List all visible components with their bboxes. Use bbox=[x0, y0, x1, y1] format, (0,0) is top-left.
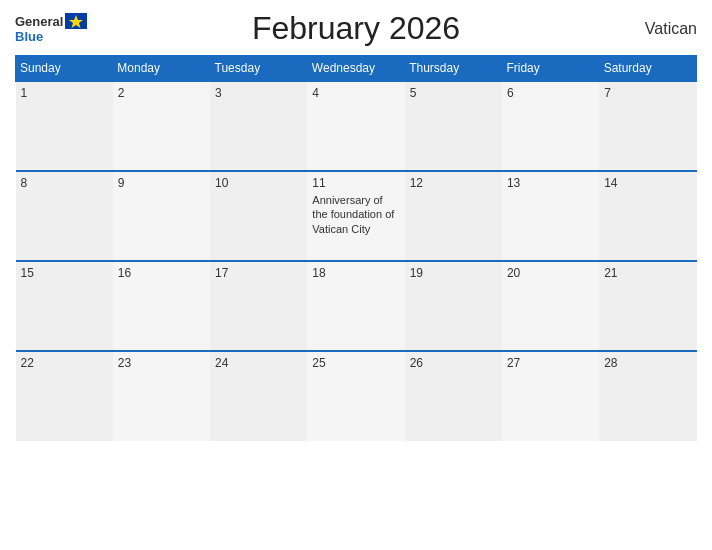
calendar-container: General Blue February 2026 Vatican Sunda… bbox=[0, 0, 712, 550]
day-cell-16: 16 bbox=[113, 261, 210, 351]
week-row-3: 15161718192021 bbox=[16, 261, 697, 351]
day-number-15: 15 bbox=[21, 266, 108, 280]
day-number-17: 17 bbox=[215, 266, 302, 280]
logo-blue-text: Blue bbox=[15, 29, 43, 44]
day-number-19: 19 bbox=[410, 266, 497, 280]
day-number-27: 27 bbox=[507, 356, 594, 370]
week-row-2: 891011Anniversary of the foundation of V… bbox=[16, 171, 697, 261]
day-cell-7: 7 bbox=[599, 81, 696, 171]
day-number-2: 2 bbox=[118, 86, 205, 100]
logo: General Blue bbox=[15, 13, 95, 44]
header-sunday: Sunday bbox=[16, 56, 113, 82]
header-saturday: Saturday bbox=[599, 56, 696, 82]
week-row-4: 22232425262728 bbox=[16, 351, 697, 441]
header-wednesday: Wednesday bbox=[307, 56, 404, 82]
day-cell-18: 18 bbox=[307, 261, 404, 351]
day-cell-25: 25 bbox=[307, 351, 404, 441]
day-cell-22: 22 bbox=[16, 351, 113, 441]
day-cell-2: 2 bbox=[113, 81, 210, 171]
day-number-9: 9 bbox=[118, 176, 205, 190]
day-number-4: 4 bbox=[312, 86, 399, 100]
day-number-21: 21 bbox=[604, 266, 691, 280]
day-cell-4: 4 bbox=[307, 81, 404, 171]
header-friday: Friday bbox=[502, 56, 599, 82]
day-number-18: 18 bbox=[312, 266, 399, 280]
day-number-8: 8 bbox=[21, 176, 108, 190]
day-number-25: 25 bbox=[312, 356, 399, 370]
header-monday: Monday bbox=[113, 56, 210, 82]
day-cell-23: 23 bbox=[113, 351, 210, 441]
day-cell-19: 19 bbox=[405, 261, 502, 351]
day-cell-1: 1 bbox=[16, 81, 113, 171]
day-cell-20: 20 bbox=[502, 261, 599, 351]
day-number-28: 28 bbox=[604, 356, 691, 370]
day-number-12: 12 bbox=[410, 176, 497, 190]
day-number-22: 22 bbox=[21, 356, 108, 370]
day-cell-15: 15 bbox=[16, 261, 113, 351]
day-number-3: 3 bbox=[215, 86, 302, 100]
day-cell-3: 3 bbox=[210, 81, 307, 171]
country-name: Vatican bbox=[617, 20, 697, 38]
day-number-26: 26 bbox=[410, 356, 497, 370]
day-cell-5: 5 bbox=[405, 81, 502, 171]
day-number-14: 14 bbox=[604, 176, 691, 190]
day-cell-27: 27 bbox=[502, 351, 599, 441]
day-number-24: 24 bbox=[215, 356, 302, 370]
day-cell-11: 11Anniversary of the foundation of Vatic… bbox=[307, 171, 404, 261]
day-cell-8: 8 bbox=[16, 171, 113, 261]
day-number-10: 10 bbox=[215, 176, 302, 190]
day-number-16: 16 bbox=[118, 266, 205, 280]
day-cell-17: 17 bbox=[210, 261, 307, 351]
day-cell-14: 14 bbox=[599, 171, 696, 261]
week-row-1: 1234567 bbox=[16, 81, 697, 171]
day-cell-12: 12 bbox=[405, 171, 502, 261]
day-cell-28: 28 bbox=[599, 351, 696, 441]
day-cell-26: 26 bbox=[405, 351, 502, 441]
day-cell-6: 6 bbox=[502, 81, 599, 171]
logo-general-text: General bbox=[15, 14, 63, 29]
calendar-grid: Sunday Monday Tuesday Wednesday Thursday… bbox=[15, 55, 697, 441]
day-cell-9: 9 bbox=[113, 171, 210, 261]
flag-icon bbox=[65, 13, 87, 29]
day-number-7: 7 bbox=[604, 86, 691, 100]
day-number-23: 23 bbox=[118, 356, 205, 370]
day-number-20: 20 bbox=[507, 266, 594, 280]
header-thursday: Thursday bbox=[405, 56, 502, 82]
day-number-13: 13 bbox=[507, 176, 594, 190]
header-tuesday: Tuesday bbox=[210, 56, 307, 82]
day-cell-13: 13 bbox=[502, 171, 599, 261]
day-cell-21: 21 bbox=[599, 261, 696, 351]
day-number-5: 5 bbox=[410, 86, 497, 100]
event-11: Anniversary of the foundation of Vatican… bbox=[312, 193, 399, 236]
calendar-header: General Blue February 2026 Vatican bbox=[15, 10, 697, 47]
weekday-header-row: Sunday Monday Tuesday Wednesday Thursday… bbox=[16, 56, 697, 82]
day-cell-24: 24 bbox=[210, 351, 307, 441]
day-number-6: 6 bbox=[507, 86, 594, 100]
calendar-title: February 2026 bbox=[95, 10, 617, 47]
day-cell-10: 10 bbox=[210, 171, 307, 261]
day-number-1: 1 bbox=[21, 86, 108, 100]
day-number-11: 11 bbox=[312, 176, 399, 190]
